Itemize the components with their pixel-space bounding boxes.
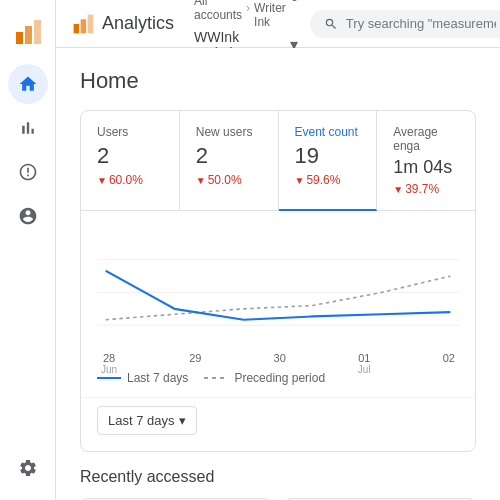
svg-rect-1 xyxy=(25,26,32,44)
recently-accessed-section: Recently accessed Library xyxy=(80,468,476,500)
metric-event-count-value: 19 xyxy=(295,143,361,169)
breadcrumb-property[interactable]: Working Writer Ink xyxy=(254,0,298,29)
breadcrumb: All accounts › Working Writer Ink xyxy=(194,0,298,29)
search-bar[interactable] xyxy=(310,10,500,38)
metrics-row: Users 2 60.0% New users 2 50.0% Event xyxy=(81,111,475,211)
breadcrumb-all-accounts[interactable]: All accounts xyxy=(194,0,242,22)
metric-event-count-change: 59.6% xyxy=(295,173,361,187)
date-filter-area: Last 7 days ▾ xyxy=(81,397,475,451)
sidebar-item-home[interactable] xyxy=(8,64,48,104)
page-title: Home xyxy=(80,68,476,94)
date-filter-arrow: ▾ xyxy=(179,413,186,428)
metric-users[interactable]: Users 2 60.0% xyxy=(81,111,180,210)
metric-event-count[interactable]: Event count 19 59.6% xyxy=(279,111,378,211)
metric-avg-engagement[interactable]: Average enga 1m 04s 39.7% xyxy=(377,111,475,210)
svg-rect-5 xyxy=(88,14,94,33)
sidebar-item-reports[interactable] xyxy=(8,108,48,148)
chart-label-28: 28 Jun xyxy=(101,352,117,375)
legend-previous-line xyxy=(204,377,228,379)
metric-avg-change: 39.7% xyxy=(393,182,459,196)
date-filter-button[interactable]: Last 7 days ▾ xyxy=(97,406,197,435)
app-title: Analytics xyxy=(102,13,174,34)
date-filter-label: Last 7 days xyxy=(108,413,175,428)
metric-users-change: 60.0% xyxy=(97,173,163,187)
breadcrumb-arrow: › xyxy=(246,1,250,15)
analytics-logo xyxy=(8,12,48,52)
chart-label-30: 30 xyxy=(274,352,286,375)
chart-area: 28 Jun 29 30 01 Jul 02 xyxy=(81,211,475,371)
sidebar-item-advertising[interactable] xyxy=(8,196,48,236)
legend-current-line xyxy=(97,377,121,379)
metric-avg-label: Average enga xyxy=(393,125,459,153)
svg-rect-3 xyxy=(74,24,80,33)
svg-rect-2 xyxy=(34,20,41,44)
chart-label-01: 01 Jul xyxy=(358,352,371,375)
svg-rect-4 xyxy=(81,19,87,33)
metric-users-value: 2 xyxy=(97,143,163,169)
sidebar-item-explore[interactable] xyxy=(8,152,48,192)
content-area: Home Users 2 60.0% New users 2 50.0% xyxy=(56,48,500,500)
metrics-card: Users 2 60.0% New users 2 50.0% Event xyxy=(80,110,476,452)
topbar: Analytics All accounts › Working Writer … xyxy=(56,0,500,48)
svg-rect-0 xyxy=(16,32,23,44)
main-area: Analytics All accounts › Working Writer … xyxy=(56,0,500,500)
analytics-title-area: Analytics xyxy=(72,13,174,35)
topbar-logo-icon xyxy=(72,13,94,35)
chart-label-29: 29 xyxy=(189,352,201,375)
metric-users-label: Users xyxy=(97,125,163,139)
search-icon xyxy=(324,16,338,32)
recently-accessed-title: Recently accessed xyxy=(80,468,476,486)
chart-label-02: 02 xyxy=(443,352,455,375)
sidebar xyxy=(0,0,56,500)
metric-new-users[interactable]: New users 2 50.0% xyxy=(180,111,279,210)
search-input[interactable] xyxy=(346,16,496,31)
sidebar-item-settings[interactable] xyxy=(8,448,48,488)
metric-new-users-value: 2 xyxy=(196,143,262,169)
chart-labels: 28 Jun 29 30 01 Jul 02 xyxy=(97,352,459,375)
metric-event-count-label: Event count xyxy=(295,125,361,139)
chart-svg xyxy=(97,227,459,347)
metric-new-users-label: New users xyxy=(196,125,262,139)
metric-new-users-change: 50.0% xyxy=(196,173,262,187)
metric-avg-value: 1m 04s xyxy=(393,157,459,178)
